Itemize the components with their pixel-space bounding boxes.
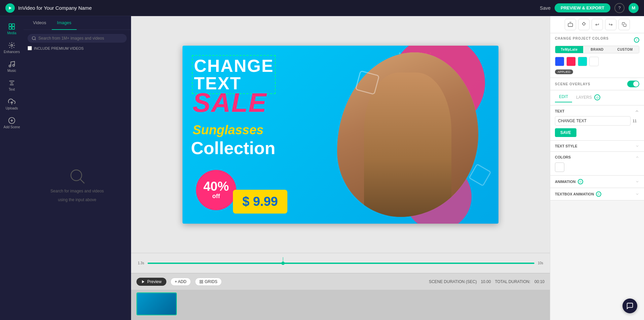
text-style-header[interactable]: TEXT STYLE xyxy=(550,141,644,151)
scene-thumbnail-1[interactable] xyxy=(136,292,177,315)
save-button[interactable]: Save xyxy=(540,5,551,11)
svg-point-6 xyxy=(9,65,11,67)
price-box[interactable]: $ 9.99 xyxy=(233,190,287,214)
woman-silhouette xyxy=(364,73,451,217)
svg-line-15 xyxy=(80,179,84,183)
tab-custom[interactable]: CUSTOM xyxy=(611,46,639,53)
include-premium-checkbox[interactable] xyxy=(28,46,32,50)
add-label: + ADD xyxy=(175,279,187,284)
timeline-track[interactable] xyxy=(148,263,534,264)
svg-rect-20 xyxy=(202,282,203,283)
empty-state-line1: Search for images and videos xyxy=(50,189,104,193)
svg-rect-1 xyxy=(9,24,11,26)
icon-sidebar: Media Enhancers Music Text Uploads Add S… xyxy=(0,16,24,320)
timeline-area: 1.3s 10s xyxy=(131,253,550,273)
search-large-icon xyxy=(69,168,86,185)
copy-button[interactable] xyxy=(618,19,630,30)
sidebar-item-uploads-label: Uploads xyxy=(6,106,18,110)
textbox-animation-label: TEXTBOX ANIMATION xyxy=(555,192,594,196)
sidebar-item-media[interactable]: Media xyxy=(2,20,22,38)
sidebar-item-text[interactable]: Text xyxy=(2,77,22,94)
canvas-sunglasses-text[interactable]: Sunglasses xyxy=(193,123,264,137)
fill-button[interactable] xyxy=(578,19,590,30)
canvas-frame[interactable]: CHANGE TEXT SALE Sunglasses Collection 4… xyxy=(183,46,498,224)
swatch-red[interactable] xyxy=(566,57,576,66)
sidebar-item-enhancers[interactable]: Enhancers xyxy=(2,39,22,56)
canvas-area: CHANGE TEXT SALE Sunglasses Collection 4… xyxy=(131,16,550,320)
tab-layers[interactable]: LAYERS ⊙ xyxy=(572,93,604,102)
canvas-change-text: CHANGE xyxy=(194,57,274,75)
textbox-animation-header[interactable]: TEXTBOX ANIMATION ⊙ xyxy=(550,188,644,200)
edit-layers-tabs: EDIT LAYERS ⊙ xyxy=(550,90,644,105)
app-logo xyxy=(5,3,15,13)
text-section-label: TEXT xyxy=(555,109,564,113)
swatch-teal[interactable] xyxy=(578,57,587,66)
help-button[interactable]: ? xyxy=(614,3,625,13)
tab-images[interactable]: Images xyxy=(52,16,77,30)
media-panel: Videos Images INCLUDE PREMIUM VIDEOS Sea… xyxy=(24,16,131,320)
textbox-animation-title-row: TEXTBOX ANIMATION ⊙ xyxy=(555,191,601,197)
swatch-white[interactable] xyxy=(589,57,599,66)
scene-overlays-toggle[interactable] xyxy=(627,81,639,87)
colors-info-icon[interactable]: i xyxy=(634,37,639,43)
save-text-button[interactable]: SAVE xyxy=(555,128,576,137)
svg-line-13 xyxy=(35,39,36,40)
scene-thumb-inner xyxy=(137,293,176,315)
text-input-row: 11 xyxy=(555,116,639,126)
discount-badge[interactable]: 40% off xyxy=(196,170,236,210)
main-layout: Media Enhancers Music Text Uploads Add S… xyxy=(0,16,644,320)
chat-bubble[interactable] xyxy=(622,299,637,313)
tab-brand[interactable]: BRAND xyxy=(583,46,611,53)
canvas-collection-text[interactable]: Collection xyxy=(191,138,275,158)
textbox-animation-chevron xyxy=(635,192,639,196)
sidebar-item-music[interactable]: Music xyxy=(2,58,22,75)
colors-chevron xyxy=(635,155,639,159)
colors-swatches-area xyxy=(550,163,644,175)
preview-button[interactable]: Preview xyxy=(136,278,166,286)
animation-chevron xyxy=(635,180,639,184)
search-icon xyxy=(32,36,36,41)
animation-title-row: ANIMATION ⊙ xyxy=(555,179,583,184)
animation-info-icon[interactable]: ⊙ xyxy=(578,179,583,184)
undo-button[interactable]: ↩ xyxy=(592,19,603,30)
svg-point-7 xyxy=(13,64,15,66)
tab-edit[interactable]: EDIT xyxy=(555,93,572,102)
color-swatches xyxy=(555,57,639,66)
total-duration-value: 00:10 xyxy=(534,279,545,284)
colors-section-outer: COLORS xyxy=(550,152,644,176)
change-project-colors-title: CHANGE PROJECT COLORS xyxy=(555,37,609,40)
search-input[interactable] xyxy=(38,36,123,41)
tab-template[interactable]: TeMpLate xyxy=(555,46,583,53)
user-avatar[interactable]: M xyxy=(629,3,639,13)
layers-button[interactable] xyxy=(565,19,576,30)
badge-off: off xyxy=(212,193,220,200)
textbox-animation-info-icon[interactable]: ⊙ xyxy=(596,191,601,197)
redo-button[interactable]: ↪ xyxy=(605,19,616,30)
tab-videos[interactable]: Videos xyxy=(28,16,52,30)
add-button[interactable]: + ADD xyxy=(170,278,191,286)
svg-point-14 xyxy=(71,170,82,181)
grids-button[interactable]: GRIDS xyxy=(195,278,222,286)
canvas-sale-text[interactable]: SALE xyxy=(193,89,267,116)
text-style-label: TEXT STYLE xyxy=(555,144,577,148)
badge-percent: 40% xyxy=(203,180,229,193)
color-swatch-white[interactable] xyxy=(555,163,564,172)
colors-header[interactable]: COLORS xyxy=(550,152,644,163)
app-title: InVideo for Your Company Name xyxy=(18,5,92,11)
sidebar-item-uploads[interactable]: Uploads xyxy=(2,95,22,113)
svg-marker-16 xyxy=(142,280,145,283)
svg-rect-4 xyxy=(12,27,14,29)
swatch-blue[interactable] xyxy=(555,57,564,66)
animation-header[interactable]: ANIMATION ⊙ xyxy=(550,176,644,188)
total-duration-label: TOTAL DURATION: xyxy=(495,279,530,284)
svg-point-12 xyxy=(32,37,35,40)
text-section-chevron xyxy=(635,109,639,113)
text-style-section: TEXT STYLE xyxy=(550,141,644,152)
preview-export-button[interactable]: PREVIEW & EXPORT xyxy=(555,3,610,12)
text-section-header: TEXT xyxy=(555,109,639,113)
toggle-knob xyxy=(633,81,639,87)
text-input-field[interactable] xyxy=(555,116,631,126)
sidebar-item-add-scene[interactable]: Add Scene xyxy=(2,114,22,132)
timeline-start-label: 1.3s xyxy=(138,261,144,265)
top-navbar: InVideo for Your Company Name Save PREVI… xyxy=(0,0,644,16)
